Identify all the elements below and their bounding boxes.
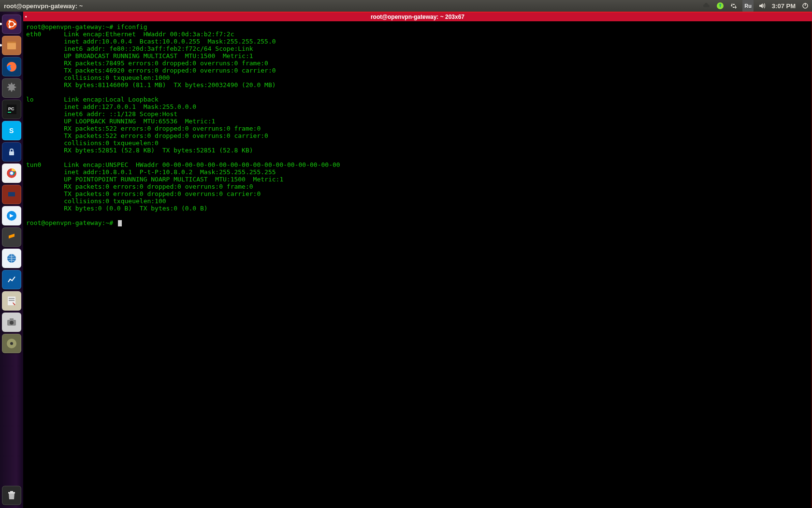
svg-point-34 [10, 342, 13, 345]
svg-rect-29 [9, 300, 14, 301]
launcher-skype[interactable]: S [2, 121, 21, 140]
keyboard-layout-indicator[interactable]: Ru [742, 0, 754, 12]
launcher-keepass[interactable] [2, 142, 21, 162]
svg-rect-28 [9, 298, 14, 299]
svg-point-4 [14, 23, 16, 26]
session-icon[interactable] [798, 0, 812, 12]
terminal-window: ▪ root@openvpn-gateway: ~ 203x67 root@op… [23, 12, 812, 508]
launcher-chrome[interactable] [2, 164, 21, 183]
launcher-firefox[interactable] [2, 57, 21, 76]
svg-point-5 [9, 20, 11, 23]
launcher-sublime[interactable] [2, 227, 21, 247]
terminal-icon: ▪ [25, 14, 27, 19]
svg-text:PC: PC [8, 106, 14, 111]
launcher-remote[interactable] [2, 249, 21, 268]
svg-point-31 [10, 321, 14, 325]
launcher-disks[interactable] [2, 334, 21, 353]
sound-icon[interactable] [755, 0, 769, 12]
update-icon[interactable] [713, 0, 727, 12]
network-icon[interactable] [727, 0, 740, 12]
svg-text:S: S [9, 127, 14, 134]
terminal-titlebar[interactable]: ▪ root@openvpn-gateway: ~ 203x67 [23, 13, 812, 21]
terminal-body[interactable]: root@openvpn-gateway:~# ifconfig eth0 Li… [23, 21, 811, 508]
launcher-settings[interactable] [2, 78, 21, 98]
clock[interactable]: 3:07 PM [769, 0, 798, 12]
window-title: root@openvpn-gateway: ~ [0, 2, 83, 10]
launcher-screenshot[interactable] [2, 313, 21, 332]
launcher-files[interactable] [2, 36, 21, 55]
svg-rect-12 [8, 112, 11, 113]
svg-rect-22 [8, 192, 15, 196]
terminal-prompt: root@openvpn-gateway:~# [26, 219, 117, 226]
top-panel: root@openvpn-gateway: ~ Ru 3:07 PM [0, 0, 812, 12]
unity-launcher: PCS [0, 12, 23, 508]
launcher-trash[interactable] [2, 486, 21, 505]
terminal-cursor [118, 220, 122, 226]
svg-rect-16 [9, 151, 14, 155]
launcher-virtualbox[interactable] [2, 185, 21, 204]
svg-rect-36 [10, 491, 13, 493]
svg-rect-32 [10, 318, 14, 320]
svg-point-6 [9, 26, 11, 29]
svg-point-20 [10, 172, 13, 175]
launcher-teamviewer[interactable] [2, 206, 21, 225]
launcher-dash[interactable] [2, 15, 21, 34]
terminal-title: root@openvpn-gateway: ~ 203x67 [371, 14, 464, 20]
launcher-gedit[interactable] [2, 291, 21, 311]
launcher-pycharm[interactable]: PC [2, 100, 21, 119]
svg-rect-8 [7, 43, 16, 49]
launcher-monitor[interactable] [2, 270, 21, 289]
cloud-icon[interactable] [700, 0, 713, 12]
